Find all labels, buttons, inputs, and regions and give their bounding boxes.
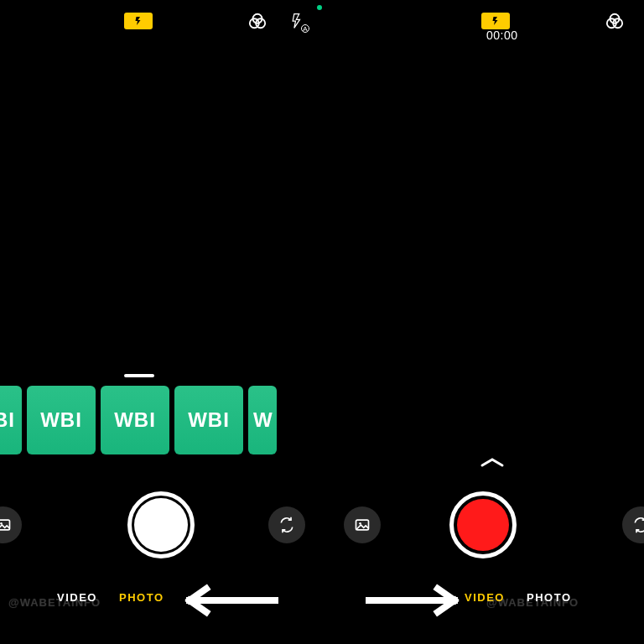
chevron-up-icon[interactable] [480, 456, 505, 468]
thumbnail-label: W [253, 408, 273, 432]
thumbnail-label: BI [0, 408, 15, 432]
video-record-button[interactable] [449, 491, 517, 558]
switch-camera-button[interactable] [622, 506, 644, 543]
switch-icon [278, 517, 295, 533]
record-inner [457, 499, 509, 551]
switch-icon [632, 517, 644, 533]
gallery-thumbnail[interactable]: WBI [101, 386, 169, 454]
watermark: @WABETAINFO [8, 596, 101, 609]
watermark: @WABETAINFO [486, 596, 579, 609]
top-bar-right: 00:00 [322, 8, 644, 34]
bolt-icon [491, 15, 501, 27]
image-icon [354, 517, 371, 533]
swipe-arrow-right-icon [366, 584, 466, 621]
thumbnail-label: WBI [114, 408, 156, 432]
recording-timer: 00:00 [486, 29, 518, 42]
gallery-thumbnail[interactable]: W [248, 386, 277, 454]
flash-on-badge[interactable] [124, 13, 153, 29]
gallery-button[interactable] [0, 506, 22, 543]
gallery-thumbnail[interactable]: WBI [27, 386, 96, 454]
shutter-row-right [322, 489, 644, 560]
gallery-strip[interactable]: BI WBI WBI WBI W [0, 386, 277, 454]
gallery-thumbnail[interactable]: WBI [174, 386, 243, 454]
image-icon [0, 517, 12, 533]
swipe-arrow-left-icon [178, 584, 278, 621]
auto-badge: A [301, 24, 309, 33]
thumbnail-label: WBI [40, 408, 82, 432]
filter-icon[interactable] [605, 12, 624, 30]
photo-shutter-button[interactable] [127, 491, 195, 558]
top-bar-left: A [0, 8, 322, 34]
gallery-drag-handle[interactable] [124, 374, 154, 377]
shutter-row-left [0, 489, 322, 560]
switch-camera-button[interactable] [268, 506, 305, 543]
bolt-icon [133, 15, 143, 27]
flash-auto-icon[interactable]: A [288, 12, 307, 30]
camera-pane-video: 00:00 VIDEO PHOTO @WABETAINFO [322, 0, 644, 644]
thumbnail-label: WBI [188, 408, 230, 432]
camera-pane-photo: A BI WBI WBI WBI W VIDEO PHOTO @WABETAIN… [0, 0, 322, 644]
flash-on-badge[interactable] [481, 13, 510, 29]
filter-icon[interactable] [248, 12, 267, 30]
gallery-button[interactable] [344, 506, 381, 543]
mode-photo[interactable]: PHOTO [119, 591, 164, 604]
gallery-thumbnail[interactable]: BI [0, 386, 22, 454]
shutter-inner [134, 498, 188, 552]
